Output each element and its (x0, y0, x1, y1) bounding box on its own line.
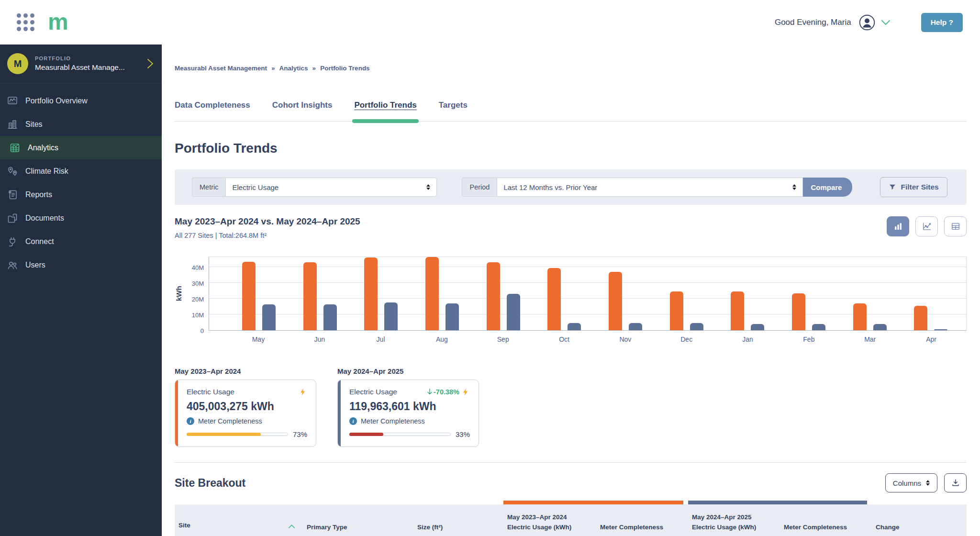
portfolio-avatar: M (7, 53, 28, 74)
breadcrumb: Measurabl Asset Management » Analytics »… (175, 65, 967, 72)
analytics-table-icon (9, 142, 21, 154)
sidebar-item-portfolio-overview[interactable]: Portfolio Overview (0, 89, 162, 112)
bar-period2-oct[interactable] (568, 323, 581, 330)
tab-portfolio-trends[interactable]: Portfolio Trends (354, 100, 416, 121)
bar-period2-sep[interactable] (507, 294, 520, 330)
bar-period2-nov[interactable] (629, 323, 642, 330)
documents-folder-icon (6, 212, 19, 224)
chevron-right-icon[interactable] (146, 58, 154, 69)
info-icon[interactable] (349, 417, 357, 425)
page-title: Portfolio Trends (175, 141, 967, 156)
x-axis-label: Jun (289, 335, 350, 343)
completeness-progress-bar (349, 433, 451, 436)
download-button[interactable] (944, 473, 967, 492)
chart-title: May 2023–Apr 2024 vs. May 2024–Apr 2025 (175, 216, 360, 227)
chevron-down-icon[interactable] (881, 20, 891, 25)
bar-period1-feb[interactable] (792, 293, 805, 331)
bar-period1-jan[interactable] (731, 291, 744, 330)
column-header-period1-usage[interactable]: May 2023–Apr 2024 Electric Usage (kWh) (503, 504, 591, 536)
tab-cohort-insights[interactable]: Cohort Insights (272, 100, 333, 121)
bar-period1-jun[interactable] (303, 262, 317, 330)
bar-period2-may[interactable] (262, 304, 276, 330)
period-select[interactable]: Last 12 Months vs. Prior Year (497, 178, 803, 197)
sidebar-item-label: Analytics (28, 144, 58, 152)
bar-period2-aug[interactable] (445, 303, 459, 330)
table-mode-button[interactable] (944, 216, 967, 236)
column-header-site[interactable]: Site (175, 504, 298, 536)
sidebar-item-reports[interactable]: Reports (0, 183, 162, 206)
sidebar-item-climate-risk[interactable]: Climate Risk (0, 159, 162, 183)
sidebar-item-connect[interactable]: Connect (0, 230, 162, 253)
bar-period1-oct[interactable] (547, 268, 561, 330)
breadcrumb-item[interactable]: Measurabl Asset Management (175, 65, 267, 72)
chart-y-axis: 010M20M30M40M (183, 257, 209, 331)
bar-period2-dec[interactable] (690, 323, 703, 330)
bar-period2-apr[interactable] (934, 329, 947, 330)
change-indicator: -70.38% (426, 388, 459, 396)
filter-sites-button[interactable]: Filter Sites (880, 177, 947, 197)
bar-group-mar (839, 257, 901, 330)
column-header-period1-completeness[interactable]: Meter Completeness (596, 504, 683, 536)
metric-select[interactable]: Electric Usage (225, 178, 437, 197)
table-header-row: Site Primary Type Size (ft²) May 2023–Ap… (175, 504, 967, 536)
bar-period1-mar[interactable] (853, 303, 867, 330)
bar-period1-nov[interactable] (609, 272, 622, 330)
bar-period1-sep[interactable] (487, 262, 500, 330)
card-accent-strip (175, 380, 178, 447)
column-header-period2-completeness[interactable]: Meter Completeness (780, 504, 867, 536)
breadcrumb-separator: » (271, 65, 275, 72)
sidebar-item-users[interactable]: Users (0, 253, 162, 277)
column-header-size[interactable]: Size (ft²) (413, 504, 499, 536)
column-header-period2-usage[interactable]: May 2024–Apr 2025 Electric Usage (kWh) (688, 504, 775, 536)
sidebar-item-label: Sites (25, 120, 43, 129)
sidebar-item-analytics[interactable]: Analytics (0, 136, 162, 159)
columns-select[interactable]: Columns (885, 473, 937, 492)
bar-period1-aug[interactable] (425, 257, 439, 330)
card-period-label: May 2024–Apr 2025 (337, 367, 479, 375)
meter-completeness-label: Meter Completeness (198, 417, 262, 425)
x-axis-label: Nov (595, 335, 656, 343)
sort-ascending-icon[interactable] (288, 524, 295, 529)
info-icon[interactable] (187, 417, 194, 425)
apps-grid-icon[interactable] (17, 13, 34, 31)
avatar[interactable] (859, 14, 875, 31)
column-header-change[interactable]: Change (872, 504, 967, 536)
compare-button[interactable]: Compare (803, 178, 852, 197)
sidebar-item-sites[interactable]: Sites (0, 112, 162, 136)
portfolio-name: Measurabl Asset Manage... (35, 63, 125, 72)
column-header-primary-type[interactable]: Primary Type (303, 504, 409, 536)
chart-type-toolbar (887, 216, 967, 236)
period1-group-strip (503, 501, 683, 504)
card-metric-label: Electric Usage (349, 388, 397, 396)
help-button[interactable]: Help ? (921, 13, 963, 32)
completeness-percent: 33% (456, 430, 470, 438)
bar-group-aug (412, 257, 473, 330)
bar-period2-mar[interactable] (873, 324, 887, 330)
chart-subtitle: All 277 Sites | Total:264.8M ft² (175, 232, 360, 239)
sidebar-item-label: Connect (25, 237, 54, 246)
bar-period1-may[interactable] (242, 262, 256, 331)
bar-period2-jan[interactable] (751, 324, 764, 330)
bar-period1-dec[interactable] (670, 291, 683, 330)
bar-chart-mode-button[interactable] (887, 216, 909, 236)
bar-group-dec (656, 257, 717, 330)
bar-period1-apr[interactable] (914, 306, 927, 330)
bar-period1-jul[interactable] (364, 257, 378, 330)
measurabl-logo[interactable]: m (48, 13, 68, 31)
breadcrumb-item[interactable]: Analytics (279, 65, 308, 72)
sidebar-item-documents[interactable]: Documents (0, 206, 162, 230)
bar-period2-jun[interactable] (323, 304, 337, 330)
bar-period2-feb[interactable] (812, 324, 825, 330)
tab-data-completeness[interactable]: Data Completeness (175, 100, 250, 121)
user-menu[interactable] (859, 14, 891, 31)
funnel-icon (889, 183, 896, 191)
x-axis-label: Jan (717, 335, 779, 343)
breadcrumb-item[interactable]: Portfolio Trends (320, 65, 370, 72)
line-chart-mode-button[interactable] (915, 216, 938, 236)
x-axis-label: Mar (839, 335, 901, 343)
portfolio-switcher[interactable]: M PORTFOLIO Measurabl Asset Manage... (0, 45, 162, 83)
bar-period2-jul[interactable] (384, 302, 398, 330)
lightning-bolt-icon (299, 387, 307, 397)
tab-targets[interactable]: Targets (439, 100, 468, 121)
greeting-text: Good Evening, Maria (775, 18, 851, 27)
